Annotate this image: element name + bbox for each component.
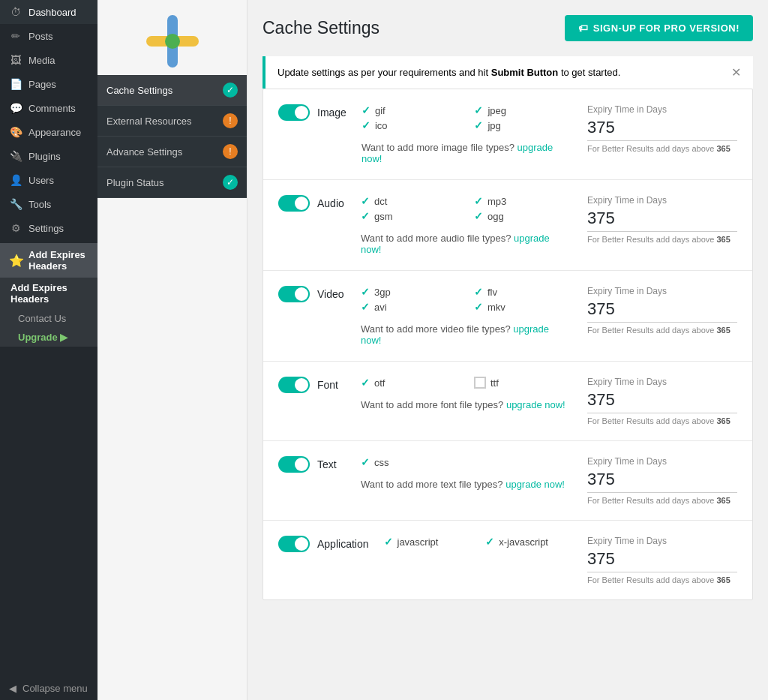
- check-icon: ✓: [474, 301, 483, 313]
- file-type-mp3[interactable]: ✓mp3: [474, 195, 572, 207]
- upgrade-now-link[interactable]: upgrade now!: [361, 323, 549, 346]
- file-type-gsm[interactable]: ✓gsm: [361, 210, 459, 222]
- check-icon: ✓: [474, 119, 483, 131]
- file-type-css[interactable]: ✓css: [361, 456, 459, 468]
- file-type-name-gsm: gsm: [374, 211, 393, 222]
- expiry-value[interactable]: 375: [587, 118, 737, 141]
- expiry-value[interactable]: 375: [587, 299, 737, 323]
- file-type-name-mp3: mp3: [488, 196, 506, 207]
- sidebar-item-plugins[interactable]: 🔌 Plugins: [0, 144, 98, 168]
- file-type-name-3gp: 3gp: [374, 287, 391, 298]
- expiry-col-font: Expiry Time in Days 375 For Better Resul…: [587, 377, 737, 425]
- expiry-value[interactable]: 375: [587, 390, 737, 413]
- file-type-name-css: css: [374, 457, 389, 468]
- toggle-audio[interactable]: [278, 195, 310, 212]
- file-type-name-x-javascript: x-javascript: [499, 536, 548, 548]
- toggle-application[interactable]: [278, 536, 310, 552]
- expiry-hint: For Better Results add days above 365: [587, 416, 737, 425]
- plugin-nav-cache-settings[interactable]: Cache Settings ✓: [98, 75, 247, 106]
- upgrade-now-link[interactable]: upgrade now!: [362, 142, 553, 164]
- file-type-gif[interactable]: ✓gif: [362, 104, 460, 116]
- plugin-status-label: Plugin Status: [106, 177, 164, 188]
- expiry-label: Expiry Time in Days: [587, 195, 737, 206]
- collapse-label: Collapse menu: [22, 683, 88, 694]
- page-title: Cache Settings: [262, 18, 380, 38]
- plugin-nav: Cache Settings ✓ External Resources ! Ad…: [98, 75, 247, 198]
- file-types-col-audio: ✓dct✓mp3✓gsm✓oggWant to add more audio f…: [361, 195, 572, 255]
- file-type-ico[interactable]: ✓ico: [362, 119, 460, 131]
- file-type-avi[interactable]: ✓avi: [361, 301, 459, 313]
- upgrade-link-image: Want to add more image file types? upgra…: [362, 142, 572, 164]
- sidebar-item-media[interactable]: 🖼 Media: [0, 48, 98, 72]
- toggle-image[interactable]: [278, 104, 310, 121]
- file-type-x-javascript[interactable]: ✓x-javascript: [485, 536, 572, 548]
- file-type-name-avi: avi: [374, 302, 387, 313]
- sidebar-submenu-contact-us[interactable]: Contact Us: [0, 309, 98, 328]
- collapse-menu-button[interactable]: ◀ Collapse menu: [0, 677, 98, 700]
- expiry-hint: For Better Results add days above 365: [587, 144, 737, 153]
- section-row-image: Image✓gif✓jpeg✓ico✓jpgWant to add more i…: [263, 89, 752, 180]
- file-type-name-ogg: ogg: [488, 211, 504, 222]
- plugin-nav-plugin-status[interactable]: Plugin Status ✓: [98, 167, 247, 198]
- expiry-bold: 365: [716, 144, 730, 153]
- notice-close-icon[interactable]: ✕: [731, 65, 741, 80]
- expiry-value[interactable]: 375: [587, 470, 737, 493]
- file-type-ttf[interactable]: ttf: [474, 377, 572, 389]
- sidebar-upgrade-link[interactable]: Upgrade ▶: [0, 328, 98, 347]
- file-type-3gp[interactable]: ✓3gp: [361, 286, 459, 298]
- sidebar-item-dashboard[interactable]: ⏱ Dashboard: [0, 0, 98, 24]
- check-icon: ✓: [361, 456, 370, 468]
- expiry-bold: 365: [716, 326, 730, 335]
- svg-point-2: [165, 34, 180, 49]
- plugin-sidebar: Cache Settings ✓ External Resources ! Ad…: [98, 0, 248, 700]
- tools-icon: 🔧: [9, 198, 22, 210]
- sidebar-item-label: Settings: [28, 223, 64, 234]
- sidebar-item-tools[interactable]: 🔧 Tools: [0, 192, 98, 216]
- pages-icon: 📄: [9, 78, 22, 90]
- expiry-col-audio: Expiry Time in Days 375 For Better Resul…: [587, 195, 737, 244]
- plugin-nav-external-resources[interactable]: External Resources !: [98, 106, 247, 137]
- expiry-col-text: Expiry Time in Days 375 For Better Resul…: [587, 456, 737, 505]
- file-type-jpeg[interactable]: ✓jpeg: [474, 104, 572, 116]
- sidebar-item-pages[interactable]: 📄 Pages: [0, 72, 98, 96]
- toggle-font[interactable]: [278, 377, 310, 393]
- sidebar-item-label: Pages: [28, 79, 56, 90]
- check-icon: ✓: [361, 195, 370, 207]
- sidebar-item-settings[interactable]: ⚙ Settings: [0, 216, 98, 240]
- file-types-col-video: ✓3gp✓flv✓avi✓mkvWant to add more video f…: [361, 286, 572, 346]
- file-types-grid-application: ✓javascript✓x-javascript: [384, 536, 573, 548]
- check-icon: ✓: [361, 301, 370, 313]
- section-row-audio: Audio✓dct✓mp3✓gsm✓oggWant to add more au…: [263, 180, 752, 271]
- sidebar-item-users[interactable]: 👤 Users: [0, 168, 98, 192]
- pro-version-button[interactable]: 🏷 SIGN-UP FOR PRO VERSION!: [565, 15, 753, 41]
- plugin-status-indicator: ✓: [223, 175, 238, 190]
- file-type-ogg[interactable]: ✓ogg: [474, 210, 572, 222]
- file-type-jpg[interactable]: ✓jpg: [474, 119, 572, 131]
- file-type-name-javascript: javascript: [398, 536, 439, 548]
- toggle-text[interactable]: [278, 456, 310, 473]
- sidebar-plugin-active[interactable]: ⭐ Add Expires Headers: [0, 243, 98, 278]
- upgrade-link-video: Want to add more video file types? upgra…: [361, 323, 572, 346]
- sidebar-item-appearance[interactable]: 🎨 Appearance: [0, 120, 98, 144]
- file-type-mkv[interactable]: ✓mkv: [474, 301, 572, 313]
- expiry-col-application: Expiry Time in Days 375 For Better Resul…: [587, 536, 737, 584]
- expiry-hint: For Better Results add days above 365: [587, 326, 737, 335]
- sidebar-submenu-add-expires[interactable]: Add Expires Headers: [0, 278, 98, 309]
- sidebar-item-comments[interactable]: 💬 Comments: [0, 96, 98, 120]
- file-type-dct[interactable]: ✓dct: [361, 195, 459, 207]
- toggle-video[interactable]: [278, 286, 310, 302]
- sidebar-item-posts[interactable]: ✏ Posts: [0, 24, 98, 48]
- section-row-application: Application✓javascript✓x-javascript Expi…: [263, 521, 752, 599]
- upgrade-now-link[interactable]: upgrade now!: [506, 399, 566, 410]
- expiry-hint: For Better Results add days above 365: [587, 575, 737, 584]
- file-type-otf[interactable]: ✓otf: [361, 377, 459, 389]
- check-icon: ✓: [474, 286, 483, 298]
- expiry-value[interactable]: 375: [587, 209, 737, 232]
- upgrade-now-link[interactable]: upgrade now!: [506, 479, 565, 490]
- file-type-name-otf: otf: [374, 377, 385, 389]
- upgrade-now-link[interactable]: upgrade now!: [361, 233, 550, 255]
- expiry-value[interactable]: 375: [587, 549, 737, 572]
- plugin-nav-advance-settings[interactable]: Advance Settings !: [98, 137, 247, 167]
- file-type-flv[interactable]: ✓flv: [474, 286, 572, 298]
- file-type-javascript[interactable]: ✓javascript: [384, 536, 471, 548]
